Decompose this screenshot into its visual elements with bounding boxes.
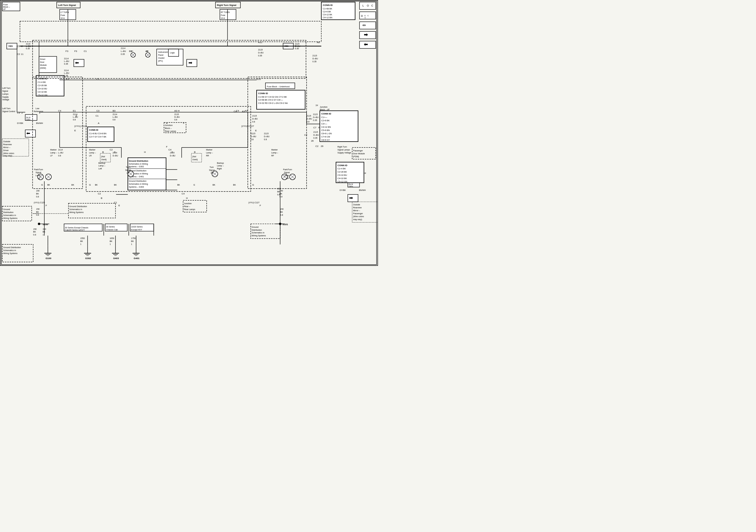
- svg-text:0.35: 0.35: [121, 53, 125, 55]
- svg-text:Lamp –: Lamp –: [217, 165, 224, 167]
- svg-text:H: H: [178, 110, 179, 112]
- svg-text:26: 26: [321, 145, 323, 147]
- svg-text:0.8: 0.8: [36, 196, 39, 198]
- svg-text:1: 1: [80, 243, 82, 245]
- svg-text:0.8: 0.8: [252, 121, 255, 123]
- svg-text:C1=4 BK: C1=4 BK: [338, 167, 346, 170]
- svg-text:2115: 2115: [258, 49, 263, 51]
- svg-text:Turn: Turn: [126, 166, 130, 168]
- svg-text:S: S: [364, 17, 365, 19]
- svg-text:Driver: Driver: [40, 58, 45, 60]
- svg-text:Marker: Marker: [89, 149, 96, 151]
- svg-text:S100: S100: [42, 223, 48, 226]
- svg-text:E: E: [76, 115, 77, 117]
- svg-text:(VYU) C125: (VYU) C125: [34, 202, 45, 204]
- svg-text:Supply: Supply: [2, 96, 9, 98]
- svg-rect-31: [359, 22, 376, 29]
- svg-text:C1=68 BK: C1=68 BK: [323, 8, 332, 10]
- svg-text:0.8: 0.8: [277, 193, 280, 196]
- svg-text:2115: 2115: [307, 115, 311, 117]
- svg-text:C3: C3: [96, 110, 99, 112]
- svg-text:C1=68 GY   C4=32 GN   C7=2 BK: C1=68 GY C4=32 GN C7=2 BK: [258, 96, 287, 98]
- svg-text:Distribution: Distribution: [3, 211, 14, 213]
- svg-text:Signal Lamps: Signal Lamps: [338, 149, 350, 151]
- svg-text:Schematics in: Schematics in: [3, 249, 16, 251]
- svg-text:Signal –: Signal –: [125, 169, 133, 171]
- svg-text:Voltage: Voltage: [2, 99, 9, 101]
- svg-text:Junction: Junction: [165, 124, 173, 126]
- svg-text:BK: BK: [131, 240, 134, 242]
- svg-text:Lamps: Lamps: [2, 93, 9, 95]
- svg-text:C2=26 BK: C2=26 BK: [338, 171, 347, 173]
- svg-text:BK: BK: [47, 184, 50, 186]
- svg-text:C1=8 BU  C3=8 BN: C1=8 BU C3=8 BN: [89, 133, 107, 135]
- svg-text:Right: Right: [217, 167, 222, 170]
- svg-text:150: 150: [277, 188, 281, 190]
- svg-text:Turn: Turn: [210, 166, 214, 168]
- svg-text:C3=12 BK: C3=12 BK: [323, 13, 332, 16]
- svg-text:C6=6 L-GN: C6=6 L-GN: [321, 133, 332, 135]
- svg-text:0.8: 0.8: [251, 139, 254, 140]
- svg-text:Module: Module: [40, 64, 47, 66]
- svg-text:D–BU: D–BU: [313, 116, 319, 118]
- svg-text:BK: BK: [42, 231, 45, 233]
- svg-text:Left Turn: Left Turn: [2, 107, 11, 110]
- svg-text:RT TURN: RT TURN: [221, 11, 230, 13]
- svg-text:⇔: ⇔: [362, 23, 366, 27]
- svg-text:30 Series Except Chassis: 30 Series Except Chassis: [65, 227, 89, 229]
- svg-text:Ground Distribution: Ground Distribution: [3, 246, 21, 248]
- svg-text:(Wire colors: (Wire colors: [353, 215, 364, 218]
- svg-text:L–BU: L–BU: [121, 50, 126, 52]
- svg-text:C7=6 CM: C7=6 CM: [321, 136, 330, 138]
- svg-text:E: E: [364, 15, 365, 16]
- svg-text:Backup: Backup: [98, 162, 105, 165]
- svg-text:Cluster: Cluster: [158, 57, 165, 59]
- svg-text:10/20 Series: 10/20 Series: [131, 226, 143, 228]
- svg-text:C3=—: C3=—: [321, 123, 327, 125]
- svg-text:Rear Lamps: Rear Lamps: [184, 208, 195, 211]
- svg-text:G100: G100: [45, 257, 51, 260]
- svg-text:(Not: (Not: [192, 156, 196, 158]
- svg-text:BN/WH: BN/WH: [36, 122, 43, 124]
- svg-text:2115: 2115: [313, 131, 318, 133]
- svg-text:L–BU: L–BU: [64, 72, 69, 74]
- svg-text:C1: C1: [95, 114, 99, 117]
- svg-text:BK: BK: [33, 231, 36, 233]
- svg-text:1: 1: [42, 234, 44, 236]
- svg-text:Rearview: Rearview: [3, 143, 12, 145]
- svg-text:Passenger: Passenger: [353, 213, 363, 215]
- svg-text:(IPC): (IPC): [158, 60, 163, 62]
- svg-text:A: A: [114, 151, 116, 153]
- svg-text:E: E: [255, 129, 256, 132]
- svg-text:C2=26 BK: C2=26 BK: [38, 84, 47, 87]
- svg-text:CONN ID: CONN ID: [258, 92, 268, 95]
- svg-text:Junction: Junction: [184, 202, 192, 205]
- svg-text:Rear –: Rear –: [184, 205, 190, 207]
- svg-text:C2: C2: [315, 145, 319, 147]
- svg-text:E: E: [119, 204, 120, 207]
- svg-text:0.35: 0.35: [313, 119, 317, 121]
- svg-text:D–BU: D–BU: [170, 155, 176, 157]
- svg-text:1650: 1650: [110, 237, 114, 239]
- svg-text:0.8: 0.8: [33, 234, 36, 236]
- svg-text:O: O: [367, 4, 369, 7]
- svg-text:0.35: 0.35: [64, 75, 68, 77]
- svg-text:C2=7 GY  C4=7 BK: C2=7 GY C4=7 BK: [89, 136, 107, 138]
- svg-text:1: 1: [131, 243, 132, 245]
- svg-text:A: A: [98, 122, 99, 124]
- svg-text:➡: ➡: [364, 32, 368, 37]
- svg-text:C4: C4: [182, 192, 185, 195]
- svg-text:BK: BK: [177, 184, 180, 186]
- svg-text:B1: B1: [129, 50, 132, 53]
- svg-text:Lamp –: Lamp –: [50, 152, 57, 154]
- svg-text:LR: LR: [89, 155, 92, 157]
- svg-text:BN/WH: BN/WH: [359, 189, 365, 191]
- svg-text:Lamp –: Lamp –: [206, 152, 213, 154]
- svg-text:Ground Distribution: Ground Distribution: [129, 180, 147, 182]
- svg-text:1750: 1750: [131, 237, 136, 239]
- svg-text:C2=68 BK   C5=2 GY    C8=—: C2=68 BK C5=2 GY C8=—: [258, 99, 283, 101]
- svg-text:2115: 2115: [174, 113, 179, 115]
- svg-text:BK: BK: [110, 240, 113, 242]
- svg-text:Signal –: Signal –: [209, 169, 216, 171]
- svg-text:0.8: 0.8: [73, 119, 76, 121]
